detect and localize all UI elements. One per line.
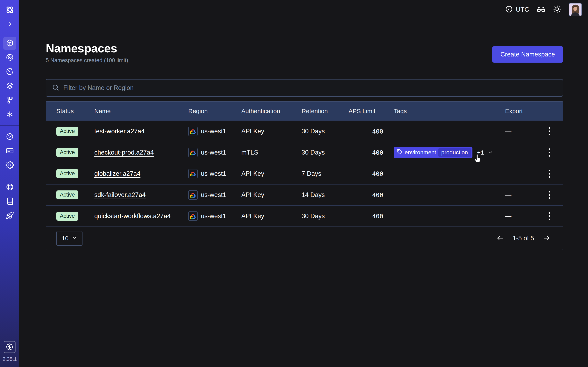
previous-page-button[interactable]	[496, 234, 504, 243]
namespace-link[interactable]: test-worker.a27a4	[94, 128, 145, 135]
spiral-eye-icon	[6, 53, 14, 62]
table-row: Active test-worker.a27a4 us-west1 API Ke…	[46, 120, 563, 142]
gcp-icon	[188, 127, 198, 136]
column-header-tags: Tags	[394, 108, 505, 115]
row-actions-menu-button[interactable]	[546, 210, 552, 222]
sidebar-item-billing[interactable]	[3, 144, 16, 157]
row-actions-menu-button[interactable]	[546, 125, 552, 137]
user-avatar[interactable]	[569, 3, 582, 16]
region-label: us-west1	[201, 212, 226, 220]
cube-icon	[6, 39, 14, 48]
region-label: us-west1	[201, 170, 226, 177]
gauge-icon	[6, 132, 14, 141]
create-namespace-button[interactable]: Create Namespace	[492, 46, 563, 63]
retention-cell: 30 Days	[302, 128, 348, 135]
table-row: Active checkout-prod.a27a4 us-west1 mTLS…	[46, 142, 563, 163]
export-cell: —	[505, 170, 536, 177]
credits-button[interactable]	[4, 341, 16, 353]
table-row: Active quickstart-workflows.a27a4 us-wes…	[46, 205, 563, 226]
sidebar-item-getting-started[interactable]	[3, 209, 16, 222]
column-header-status: Status	[56, 108, 94, 115]
sidebar-item-settings[interactable]	[3, 159, 16, 172]
timezone-selector[interactable]: UTC	[505, 5, 529, 14]
tag-pill[interactable]: environment production	[394, 147, 472, 158]
column-header-aps-limit: APS Limit	[348, 108, 394, 115]
filter-input[interactable]	[63, 84, 557, 92]
region-label: us-west1	[201, 149, 226, 156]
next-page-button[interactable]	[543, 234, 550, 243]
row-actions-menu-button[interactable]	[546, 167, 552, 180]
sidebar-item-workflows[interactable]	[3, 94, 16, 107]
arrow-left-icon	[496, 234, 504, 243]
aps-limit-cell: 400	[348, 213, 394, 220]
app-root: 2.35.1 UTC	[0, 0, 588, 367]
table-header-row: Status Name Region Authentication Retent…	[46, 102, 563, 120]
namespace-link[interactable]: checkout-prod.a27a4	[94, 149, 154, 156]
tag-more-count: +1	[477, 149, 484, 156]
namespaces-table: Status Name Region Authentication Retent…	[46, 101, 563, 250]
credit-card-icon	[6, 146, 14, 156]
authentication-cell: API Key	[241, 212, 302, 220]
view-mode-button[interactable]	[536, 5, 545, 14]
tag-value: production	[438, 148, 471, 157]
topbar: UTC	[19, 0, 588, 19]
layers-icon	[6, 82, 14, 91]
export-cell: —	[505, 191, 536, 199]
gcp-icon	[188, 148, 198, 157]
sidebar-item-namespaces[interactable]	[3, 37, 16, 50]
sidebar-item-usage[interactable]	[3, 130, 16, 143]
sidebar-item-docs[interactable]	[3, 195, 16, 208]
export-cell: —	[505, 128, 536, 135]
rocket-icon	[6, 211, 14, 220]
sidebar-nav	[0, 36, 19, 223]
main-content: Namespaces 5 Namespaces created (100 lim…	[19, 20, 588, 367]
clock-icon	[505, 5, 513, 14]
sidebar-item-deployments[interactable]	[3, 80, 16, 92]
export-cell: —	[505, 212, 536, 220]
sidebar-item-nexus[interactable]	[3, 108, 16, 121]
pagination-controls: 1-5 of 5	[496, 234, 550, 243]
gcp-icon	[188, 190, 198, 200]
namespace-link[interactable]: sdk-failover.a27a4	[94, 191, 146, 199]
namespace-link[interactable]: quickstart-workflows.a27a4	[94, 212, 171, 220]
aps-limit-cell: 400	[348, 149, 394, 156]
filter-bar	[46, 79, 563, 97]
chevron-down-icon	[487, 149, 493, 156]
expand-tags-button[interactable]	[487, 149, 493, 156]
status-badge: Active	[56, 212, 78, 221]
arrow-right-icon	[543, 234, 550, 243]
timer-icon	[6, 67, 14, 76]
lifebuoy-icon	[6, 183, 14, 192]
temporal-logo-icon	[0, 0, 19, 19]
sidebar-expand-button[interactable]	[3, 19, 16, 29]
row-actions-menu-button[interactable]	[546, 189, 552, 201]
search-icon	[52, 84, 59, 92]
region-label: us-west1	[201, 128, 226, 135]
column-header-export: Export	[505, 108, 536, 115]
sun-icon	[553, 5, 562, 14]
app-version: 2.35.1	[3, 356, 17, 362]
table-body: Active test-worker.a27a4 us-west1 API Ke…	[46, 120, 563, 226]
column-header-authentication: Authentication	[241, 108, 302, 115]
authentication-cell: API Key	[241, 128, 302, 135]
timezone-label: UTC	[516, 6, 529, 13]
export-cell: —	[505, 149, 536, 156]
authentication-cell: API Key	[241, 191, 302, 199]
retention-cell: 30 Days	[302, 149, 348, 156]
namespace-link[interactable]: globalizer.a27a4	[94, 170, 140, 177]
row-actions-menu-button[interactable]	[546, 146, 552, 159]
asterisk-icon	[6, 110, 14, 119]
column-header-name: Name	[94, 108, 188, 115]
status-badge: Active	[56, 191, 78, 200]
page-size-select[interactable]: 10	[56, 231, 82, 246]
column-header-region: Region	[188, 108, 241, 115]
table-row: Active globalizer.a27a4 us-west1 API Key…	[46, 163, 563, 184]
sidebar-divider	[0, 176, 19, 176]
sidebar-item-monitor[interactable]	[3, 51, 16, 64]
sidebar-item-schedules[interactable]	[3, 65, 16, 78]
theme-toggle-button[interactable]	[553, 5, 562, 14]
sidebar: 2.35.1	[0, 0, 19, 367]
sidebar-item-support[interactable]	[3, 181, 16, 194]
aps-limit-cell: 400	[348, 128, 394, 135]
table-row: Active sdk-failover.a27a4 us-west1 API K…	[46, 184, 563, 205]
